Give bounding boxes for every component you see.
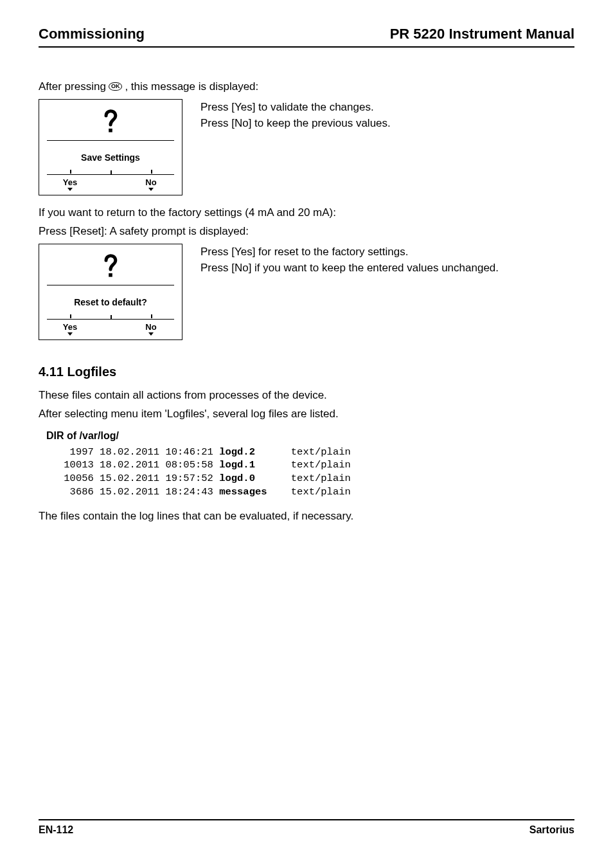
section-heading-logfiles: 4.11 Logfiles <box>39 365 574 379</box>
lcd-divider <box>111 170 112 174</box>
lcd-title: Reset to default? <box>39 285 182 319</box>
svg-rect-1 <box>109 273 112 277</box>
header-manual-title: PR 5220 Instrument Manual <box>390 26 574 42</box>
softkey-no-label: No <box>145 322 156 332</box>
question-mark-icon <box>102 253 120 281</box>
lcd-icon-area <box>47 249 174 285</box>
reset-default-description: Press [Yes] for reset to the factory set… <box>200 244 499 276</box>
intro-before: After pressing <box>39 78 106 95</box>
lcd-icon-area <box>47 105 174 141</box>
lcd-title: Save Settings <box>39 141 182 174</box>
reset-default-block: Reset to default? Yes No Press [Yes] for… <box>39 244 574 340</box>
chevron-down-icon <box>148 188 154 191</box>
chevron-down-icon <box>148 332 154 336</box>
softkey-yes-label: Yes <box>63 177 77 187</box>
softkey-no[interactable]: No <box>132 174 170 191</box>
footer-brand: Sartorius <box>529 824 574 836</box>
dir-heading: DIR of /var/log/ <box>46 430 574 442</box>
logfiles-p1: These files contain all actions from pro… <box>39 387 574 404</box>
ok-icon: OK <box>109 82 123 91</box>
desc-line: Press [Yes] to validate the changes. <box>200 99 391 116</box>
softkey-yes[interactable]: Yes <box>51 174 89 191</box>
chevron-down-icon <box>67 188 73 191</box>
softkey-no-label: No <box>145 177 156 187</box>
desc-line: Press [No] if you want to keep the enter… <box>200 260 499 276</box>
desc-line: Press [No] to keep the previous values. <box>200 115 391 132</box>
save-settings-block: Save Settings Yes No Press [Yes] to vali… <box>39 99 574 195</box>
intro-text: After pressing OK , this message is disp… <box>39 78 574 95</box>
logfile-listing: 1997 18.02.2011 10:46:21 logd.2 text/pla… <box>58 446 574 500</box>
page-footer: EN-112 Sartorius <box>39 819 574 836</box>
lcd-softkeys: Yes No <box>39 319 182 339</box>
page-header: Commissioning PR 5220 Instrument Manual <box>39 26 574 48</box>
desc-line: Press [Yes] for reset to the factory set… <box>200 244 499 260</box>
intro-after: , this message is displayed: <box>125 78 258 95</box>
save-settings-description: Press [Yes] to validate the changes. Pre… <box>200 99 391 132</box>
softkey-no[interactable]: No <box>132 318 170 336</box>
question-mark-icon <box>102 108 120 136</box>
lcd-softkeys: Yes No <box>39 174 182 195</box>
factory-reset-text-1: If you want to return to the factory set… <box>39 204 574 221</box>
header-section-title: Commissioning <box>39 26 145 42</box>
logfiles-p3: The files contain the log lines that can… <box>39 508 574 525</box>
svg-rect-0 <box>109 129 112 132</box>
lcd-reset-default: Reset to default? Yes No <box>39 244 182 340</box>
logfiles-p2: After selecting menu item 'Logfiles', se… <box>39 406 574 422</box>
lcd-save-settings: Save Settings Yes No <box>39 99 182 195</box>
softkey-yes-label: Yes <box>63 322 77 332</box>
chevron-down-icon <box>67 332 73 336</box>
softkey-yes[interactable]: Yes <box>51 318 89 336</box>
factory-reset-text-2: Press [Reset]: A safety prompt is displa… <box>39 223 574 240</box>
lcd-divider <box>111 315 112 319</box>
footer-page-number: EN-112 <box>39 824 73 836</box>
